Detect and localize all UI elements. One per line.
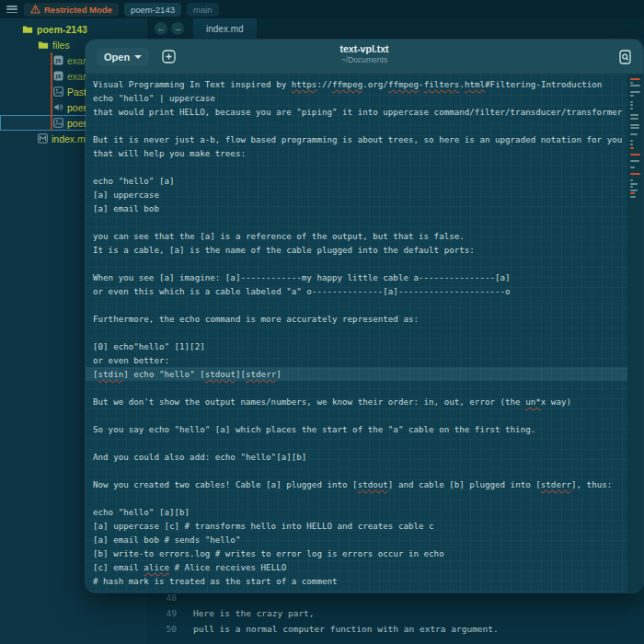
overview-line-mark [630, 196, 636, 198]
text-line[interactable]: [0] echo"hello" [1][2] [86, 339, 627, 353]
text-line[interactable]: echo "hello" [a] [86, 174, 627, 188]
branch-badge[interactable]: main [187, 3, 219, 17]
misspelled-word: stderr [541, 479, 571, 489]
file-label: poem-2143 [37, 24, 87, 35]
js-file-icon: JS [53, 55, 63, 65]
text-editor-body: Visual Programming In Text inspired by h… [86, 75, 643, 593]
overview-line-mark [630, 108, 633, 109]
open-button[interactable]: Open [97, 48, 149, 66]
text-line[interactable]: # hash mark is treated as the start of a… [86, 574, 627, 588]
audio-file-icon [53, 102, 63, 112]
misspelled-word: alice [144, 562, 169, 572]
text-line[interactable] [86, 160, 627, 174]
text-line[interactable]: [a] email bob # sends "hello" [86, 533, 627, 546]
overview-line-mark [630, 95, 634, 97]
text-line[interactable]: you can see that the [a] is a reference … [86, 229, 627, 243]
text-line[interactable]: Furthermore, the echo command is more ac… [86, 312, 627, 326]
text-line[interactable] [86, 298, 627, 312]
project-badge[interactable]: poem-2143 [124, 3, 181, 17]
overview-line-mark [630, 179, 633, 181]
text-line[interactable]: Now you created two cables! Cable [a] pl… [86, 477, 627, 491]
misspelled-word: ffmpeg [332, 79, 362, 89]
text-line[interactable] [86, 491, 627, 505]
text-line[interactable]: When you see [a] imagine: [a]-----------… [86, 270, 627, 284]
overview-line-mark [630, 118, 638, 120]
misspelled-word: filters [424, 79, 460, 89]
misspelled-word: stderr [246, 369, 276, 379]
restricted-mode-badge[interactable]: Restricted Mode [24, 3, 119, 17]
text-line[interactable]: But we don't show the output names/numbe… [86, 395, 627, 408]
text-line[interactable]: Visual Programming In Text inspired by h… [86, 77, 627, 91]
code-line[interactable]: 49Here is the crazy part, [147, 605, 644, 621]
code-editor-content[interactable]: 4849Here is the crazy part,50pull is a n… [147, 590, 644, 637]
text-editor-window: Open text-vpl.txt ~/Documents Visual Pro… [85, 39, 644, 593]
text-line[interactable] [86, 464, 627, 477]
overview-line-mark [630, 124, 639, 126]
text-line[interactable]: echo "hello" | uppercase [86, 91, 627, 105]
svg-text:JS: JS [54, 74, 61, 80]
text-line[interactable]: that would print HELLO, because you are … [86, 105, 627, 119]
text-line[interactable]: [a] uppercase [c] # transforms hello int… [86, 519, 627, 533]
overview-line-mark [630, 101, 633, 103]
document-text[interactable]: Visual Programming In Text inspired by h… [86, 77, 627, 588]
overview-line-mark [630, 183, 638, 185]
nav-back-button[interactable]: ← [155, 22, 167, 35]
tab-bar: ← → index.md [147, 18, 644, 39]
new-tab-button[interactable] [162, 50, 176, 63]
text-line[interactable]: But it is never just a-b, flow based pro… [86, 132, 627, 146]
overview-error-mark [630, 78, 640, 80]
overview-line-mark [630, 144, 633, 145]
overview-line-mark [630, 190, 638, 191]
code-line[interactable]: 50pull is a normal computer function wit… [147, 621, 644, 637]
text-line[interactable] [86, 381, 627, 395]
window-titlebar: Restricted Mode poem-2143 main [0, 0, 644, 18]
chevron-down-icon [134, 55, 142, 59]
text-line[interactable]: that will help you make trees: [86, 146, 627, 160]
text-line[interactable]: or even this which is a cable labeled "a… [86, 284, 627, 298]
text-line[interactable] [86, 326, 627, 339]
document-search-icon [619, 50, 632, 64]
overview-line-mark [630, 104, 633, 106]
text-line[interactable]: And you could also add: echo "hello"[a][… [86, 450, 627, 464]
text-line[interactable]: [a] uppercase [86, 188, 627, 201]
text-line[interactable]: or even better: [86, 353, 627, 367]
text-line[interactable]: [c] email alice # Alice receives HELLO [86, 560, 627, 574]
current-line[interactable]: [stdin] echo "hello" [stdout][stderr] [86, 367, 627, 381]
folder-icon [38, 40, 49, 50]
text-line[interactable]: [b] write-to errors.log # writes to erro… [86, 546, 627, 560]
sidebar-item-poem-2143[interactable]: poem-2143 [0, 21, 147, 37]
text-line[interactable] [86, 215, 627, 229]
folder-icon [22, 24, 33, 34]
image-file-icon [53, 118, 63, 128]
text-line[interactable] [86, 408, 627, 422]
overview-line-mark [630, 85, 640, 86]
tab-index-md[interactable]: index.md [193, 18, 257, 39]
image-file-icon [53, 86, 63, 97]
overview-line-mark [630, 140, 633, 142]
nav-forward-button[interactable]: → [171, 22, 184, 35]
text-line[interactable]: echo "hello" [a][b] [86, 505, 627, 519]
text-line[interactable] [86, 119, 627, 132]
markdown-file-icon [38, 133, 48, 144]
misspelled-word: stdout [205, 369, 236, 379]
warning-icon [30, 5, 40, 14]
text-line[interactable]: It is a cable, [a] is the name of the ca… [86, 243, 627, 257]
misspelled-word: html [465, 79, 485, 89]
overview-error-mark [630, 173, 640, 175]
overview-line-mark [630, 133, 638, 135]
overview-line-mark [630, 127, 639, 129]
file-label: files [52, 40, 70, 51]
text-line[interactable] [86, 436, 627, 450]
misspelled-word: un* [525, 397, 541, 407]
text-line[interactable]: So you say echo "hello" [a] which places… [86, 422, 627, 436]
overview-error-mark [630, 192, 635, 194]
text-line[interactable] [86, 257, 627, 270]
text-line[interactable]: [a] email bob [86, 201, 627, 215]
overview-map-scrollbar[interactable] [627, 75, 643, 593]
line-number: 50 [147, 621, 184, 637]
overview-line-mark [630, 91, 640, 93]
menu-icon[interactable] [6, 4, 18, 15]
document-search-button[interactable] [619, 50, 632, 68]
misspelled-word: ffmpeg [388, 79, 419, 89]
misspelled-word: stdout [358, 479, 388, 489]
